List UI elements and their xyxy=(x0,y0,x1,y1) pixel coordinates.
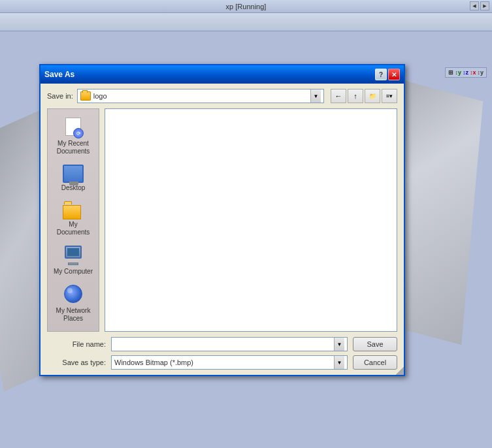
savetype-dropdown[interactable]: Windows Bitmap (*.bmp) ▼ xyxy=(111,355,348,370)
savetype-label: Save as type: xyxy=(47,359,106,366)
clock-icon: ⟳ xyxy=(73,128,84,138)
dialog-nav-toolbar: ← ↑ 📁 ≡▾ xyxy=(331,89,397,103)
folder-tab xyxy=(64,201,72,204)
save-in-dropdown[interactable]: logo ▼ xyxy=(77,89,324,103)
dialog-title: Save As xyxy=(44,70,74,79)
computer-base xyxy=(68,263,78,265)
vm-titlebar: xp [Running] ◄ ► xyxy=(0,0,492,13)
save-as-dialog: Save As ? ✕ Save in: logo ▼ ← ↑ 📁 xyxy=(39,64,405,376)
up-button[interactable]: ↑ xyxy=(348,89,363,103)
dialog-bottom-area: File name: ▼ Save Save as type: Windows … xyxy=(47,337,397,370)
file-browser-area[interactable] xyxy=(105,108,397,332)
my-network-icon xyxy=(63,285,84,306)
folder-body xyxy=(63,205,81,219)
nav-right-btn[interactable]: ► xyxy=(480,1,489,10)
filename-label: File name: xyxy=(47,340,106,348)
shortcut-my-computer[interactable]: My Computer xyxy=(50,242,97,279)
savetype-row: Save as type: Windows Bitmap (*.bmp) ▼ C… xyxy=(47,355,397,370)
save-button[interactable]: Save xyxy=(353,337,397,351)
savetype-value: Windows Bitmap (*.bmp) xyxy=(114,359,334,366)
axis-z-label: ↕z xyxy=(463,69,468,76)
globe-icon xyxy=(64,285,82,303)
shortcut-my-documents[interactable]: My Documents xyxy=(50,198,97,240)
recent-docs-icon: ⟳ xyxy=(63,118,84,138)
filename-input[interactable]: ▼ xyxy=(111,337,348,351)
my-computer-icon xyxy=(63,246,84,266)
views-button[interactable]: ≡▾ xyxy=(382,89,397,103)
filename-row: File name: ▼ Save xyxy=(47,337,397,351)
desktop-background: ⊞ ↕y ↕z ↕x ↕y Save As ? ✕ Save in: logo … xyxy=(0,31,492,448)
folder-icon xyxy=(80,91,91,101)
monitor-icon xyxy=(65,246,82,259)
resize-grip[interactable] xyxy=(396,367,404,375)
filename-arrow: ▼ xyxy=(334,338,344,351)
save-in-row: Save in: logo ▼ ← ↑ 📁 ≡▾ xyxy=(47,89,397,103)
dialog-body: Save in: logo ▼ ← ↑ 📁 ≡▾ xyxy=(41,84,404,375)
vm-controls: ◄ ► xyxy=(470,1,489,10)
new-folder-button[interactable]: 📁 xyxy=(365,89,380,103)
my-docs-label: My Documents xyxy=(53,221,93,236)
shortcut-desktop[interactable]: Desktop xyxy=(50,161,97,195)
shortcut-recent-documents[interactable]: ⟳ My Recent Documents xyxy=(50,114,97,159)
desktop-icon xyxy=(63,165,84,183)
axis-grid-icon: ⊞ xyxy=(448,69,453,76)
my-network-label: My Network Places xyxy=(53,307,93,323)
vm-toolbar xyxy=(0,13,492,31)
save-in-value: logo xyxy=(93,92,308,100)
shortcut-my-network[interactable]: My Network Places xyxy=(50,281,97,326)
save-in-arrow: ▼ xyxy=(310,89,321,103)
shortcuts-sidebar: ⟳ My Recent Documents Desktop xyxy=(47,108,99,332)
cancel-button[interactable]: Cancel xyxy=(353,355,397,370)
dialog-help-button[interactable]: ? xyxy=(375,69,387,80)
dialog-main-area: ⟳ My Recent Documents Desktop xyxy=(47,108,397,332)
save-in-label: Save in: xyxy=(47,92,73,100)
axis-y2-label: ↕y xyxy=(477,69,484,76)
axis-indicator: ⊞ ↕y ↕z ↕x ↕y xyxy=(445,67,487,78)
my-computer-label: My Computer xyxy=(54,268,93,276)
axis-y-label: ↕y xyxy=(455,69,461,76)
my-docs-icon xyxy=(63,201,84,219)
dialog-title-controls: ? ✕ xyxy=(375,69,400,80)
savetype-arrow: ▼ xyxy=(334,356,344,369)
nav-left-btn[interactable]: ◄ xyxy=(470,1,479,10)
monitor-screen xyxy=(67,248,79,256)
recent-docs-label: My Recent Documents xyxy=(53,140,93,155)
axis-x-label: ↕x xyxy=(470,69,476,76)
vm-title: xp [Running] xyxy=(226,3,267,10)
dialog-titlebar: Save As ? ✕ xyxy=(41,65,404,84)
dialog-close-button[interactable]: ✕ xyxy=(388,69,400,80)
back-button[interactable]: ← xyxy=(331,89,346,103)
